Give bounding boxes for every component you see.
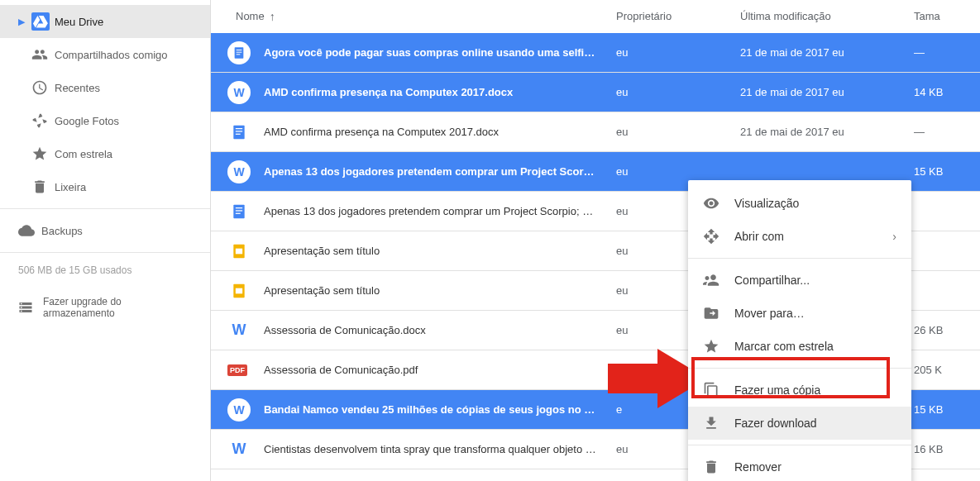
svg-rect-7: [236, 133, 241, 134]
file-size: —: [914, 126, 963, 138]
svg-rect-5: [236, 128, 242, 129]
file-name: Bandai Namco vendeu 25 milhões de cópias…: [264, 403, 616, 416]
file-type-icon: PDF: [227, 364, 264, 376]
file-name: Cientistas desenvolvem tinta spray que t…: [264, 443, 616, 455]
file-owner: eu: [616, 126, 740, 138]
sidebar-item-label: Meu Drive: [55, 16, 192, 28]
sidebar-item-label: Com estrela: [55, 148, 192, 160]
context-menu: VisualizaçãoAbrir com›Compartilhar...Mov…: [688, 180, 911, 481]
column-header-name[interactable]: Nome ↑: [227, 10, 616, 23]
sidebar-item-label: Google Fotos: [55, 115, 192, 127]
file-size: 15 KB: [914, 165, 963, 178]
menu-item-label: Visualização: [734, 197, 799, 210]
menu-item-trash[interactable]: Remover: [688, 450, 911, 481]
menu-item-move[interactable]: Mover para…: [688, 297, 911, 330]
file-name: Apresentação sem título: [264, 245, 616, 257]
file-size: —: [914, 46, 963, 59]
file-name: Agora você pode pagar suas compras onlin…: [264, 46, 616, 59]
shared-icon: [31, 46, 55, 63]
file-modified: 21 de mai de 2017 eu: [740, 126, 914, 138]
file-row[interactable]: WAMD confirma presença na Computex 2017.…: [211, 73, 980, 112]
file-size: 14 KB: [914, 86, 963, 98]
svg-rect-2: [237, 51, 242, 52]
file-size: 205 K: [914, 364, 963, 376]
file-type-icon: W: [227, 398, 264, 421]
file-owner: eu: [616, 165, 740, 178]
file-modified: 21 de mai de 2017 eu: [740, 46, 914, 59]
file-name: Apresentação sem título: [264, 284, 616, 297]
share-icon: [703, 272, 734, 288]
file-type-icon: W: [227, 160, 264, 183]
svg-rect-1: [237, 50, 242, 50]
file-name: AMD confirma presença na Computex 2017.d…: [264, 86, 616, 98]
sort-arrow-icon: ↑: [270, 10, 275, 23]
menu-separator: [688, 258, 911, 259]
sidebar-item-backups[interactable]: Backups: [0, 214, 210, 247]
menu-item-label: Mover para…: [734, 307, 805, 320]
file-owner: eu: [616, 86, 740, 98]
open-icon: [703, 228, 734, 245]
menu-item-open[interactable]: Abrir com›: [688, 220, 911, 253]
sidebar-item-star[interactable]: Com estrela: [0, 137, 210, 170]
sidebar-item-label: Lixeira: [55, 181, 192, 193]
file-name: AMD confirma presença na Computex 2017.d…: [264, 126, 616, 138]
file-name: Assessoria de Comunicação.docx: [264, 324, 616, 336]
file-row[interactable]: Agora você pode pagar suas compras onlin…: [211, 33, 980, 73]
menu-separator: [688, 368, 911, 369]
chevron-right-icon: ›: [892, 230, 896, 243]
menu-item-label: Fazer download: [734, 417, 817, 430]
copy-icon: [703, 382, 734, 398]
column-header-modified[interactable]: Última modificação: [740, 10, 914, 22]
file-name: Assessoria de Comunicação.pdf: [264, 364, 616, 376]
photos-icon: [31, 112, 55, 129]
menu-item-copy[interactable]: Fazer uma cópia: [688, 374, 911, 407]
menu-item-download[interactable]: Fazer download: [688, 407, 911, 440]
storage-text: 506 MB de 15 GB usados: [0, 253, 210, 288]
move-icon: [703, 305, 734, 321]
upgrade-storage-link[interactable]: Fazer upgrade do armazenamento: [0, 288, 210, 327]
menu-item-eye[interactable]: Visualização: [688, 187, 911, 220]
file-modified: 21 de mai de 2017 eu: [740, 86, 914, 98]
sidebar-main-section: ▶Meu DriveCompartilhados comigoRecentesG…: [0, 0, 210, 209]
file-size: 26 KB: [914, 324, 963, 336]
column-header-row: Nome ↑ Proprietário Última modificação T…: [211, 0, 980, 33]
menu-item-label: Abrir com: [734, 230, 784, 243]
expand-triangle-icon: ▶: [18, 17, 26, 27]
star-icon: [31, 145, 55, 162]
menu-item-star[interactable]: Marcar com estrela: [688, 330, 911, 363]
sidebar-item-trash[interactable]: Lixeira: [0, 170, 210, 203]
menu-item-label: Fazer uma cópia: [734, 383, 820, 397]
svg-rect-10: [236, 210, 242, 211]
upgrade-label: Fazer upgrade do armazenamento: [43, 296, 192, 319]
storage-icon: [18, 300, 33, 315]
sidebar-item-drive[interactable]: ▶Meu Drive: [0, 5, 210, 38]
menu-item-share[interactable]: Compartilhar...: [688, 264, 911, 297]
file-owner: eu: [616, 46, 740, 59]
file-row[interactable]: AMD confirma presença na Computex 2017.d…: [211, 112, 980, 152]
svg-rect-9: [236, 207, 242, 208]
sidebar-item-recent[interactable]: Recentes: [0, 71, 210, 104]
menu-item-label: Compartilhar...: [734, 274, 810, 287]
file-type-icon: [227, 200, 264, 223]
menu-item-label: Marcar com estrela: [734, 340, 834, 353]
file-name: Apenas 13 dos jogadores pretendem compra…: [264, 165, 616, 178]
column-header-size[interactable]: Tama: [914, 10, 963, 22]
recent-icon: [31, 79, 55, 96]
svg-rect-6: [236, 131, 242, 131]
sidebar-item-shared[interactable]: Compartilhados comigo: [0, 38, 210, 71]
sidebar-item-label: Recentes: [55, 82, 192, 94]
svg-rect-11: [236, 212, 241, 213]
sidebar-backups-section: Backups: [0, 209, 210, 253]
file-type-icon: W: [227, 81, 264, 104]
file-type-icon: [227, 240, 264, 263]
sidebar-item-photos[interactable]: Google Fotos: [0, 104, 210, 137]
trash-icon: [31, 179, 55, 195]
column-header-owner[interactable]: Proprietário: [616, 10, 740, 22]
trash-icon: [703, 459, 734, 475]
svg-rect-8: [233, 204, 244, 218]
file-type-icon: W: [227, 319, 264, 342]
menu-item-label: Remover: [734, 460, 782, 474]
file-name: Apenas 13 dos jogadores pretendem compra…: [264, 205, 616, 217]
svg-rect-13: [236, 248, 242, 254]
file-type-icon: W: [227, 438, 264, 461]
